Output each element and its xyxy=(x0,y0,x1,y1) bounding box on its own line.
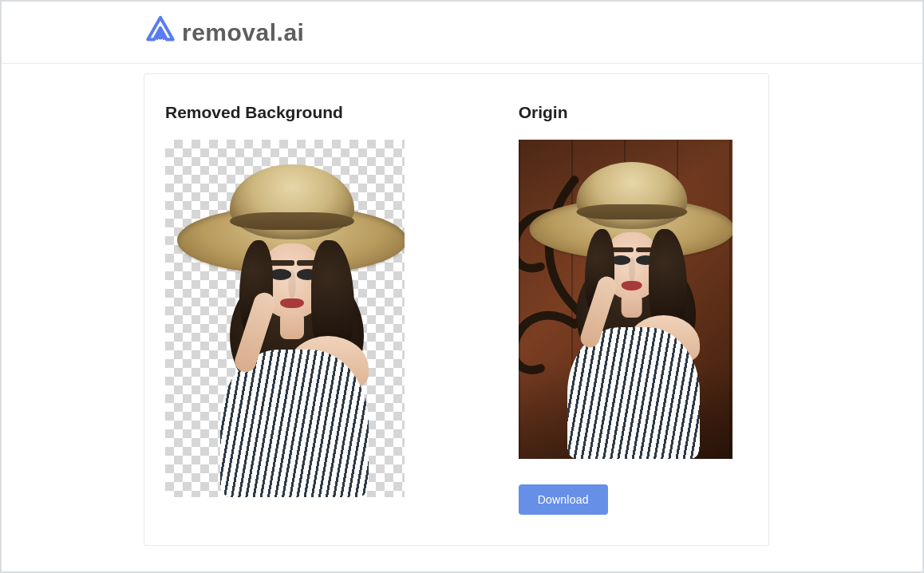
result-panel: Removed Background xyxy=(144,73,769,546)
brand-name: removal.ai xyxy=(182,19,304,46)
person-cutout xyxy=(172,154,405,497)
person-original xyxy=(525,152,732,459)
logo-mark-icon xyxy=(144,14,177,51)
content: Removed Background xyxy=(2,64,922,571)
header: removal.ai xyxy=(2,2,922,64)
removed-column: Removed Background xyxy=(165,103,442,529)
app-frame: removal.ai Removed Background xyxy=(0,0,924,573)
origin-title: Origin xyxy=(519,103,748,122)
removed-title: Removed Background xyxy=(165,103,442,122)
brand-logo[interactable]: removal.ai xyxy=(144,14,304,51)
download-button[interactable]: Download xyxy=(519,484,608,515)
removed-image xyxy=(165,140,405,497)
origin-column: Origin xyxy=(519,103,748,529)
svg-point-0 xyxy=(158,35,162,39)
origin-image xyxy=(519,140,732,459)
